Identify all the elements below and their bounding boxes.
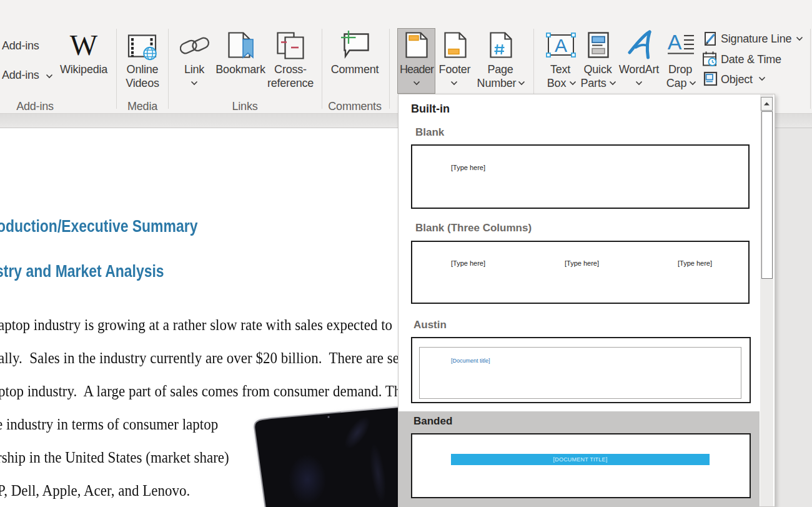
svg-text:A: A — [668, 31, 682, 54]
svg-text:A: A — [555, 35, 567, 56]
